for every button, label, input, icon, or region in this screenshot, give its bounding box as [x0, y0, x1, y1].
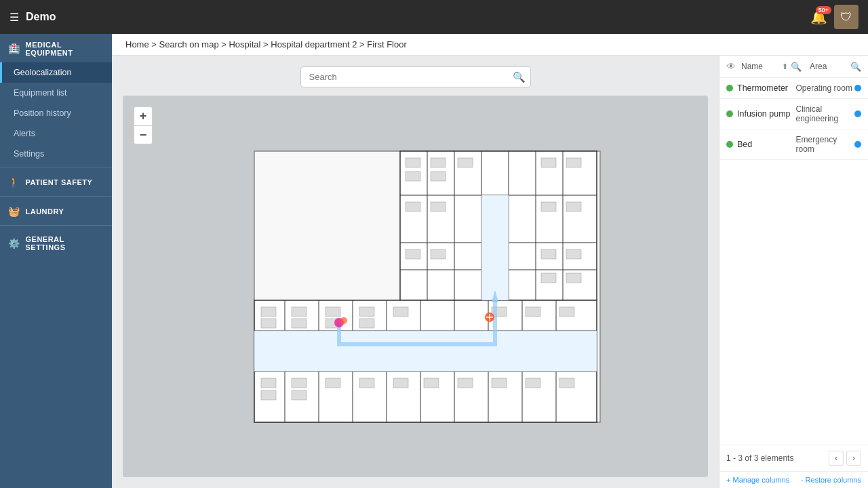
sidebar-item-geolocalization[interactable]: Geolocalization: [0, 62, 112, 83]
col-name-header: Name: [741, 62, 779, 71]
notifications-button[interactable]: 🔔 50+: [810, 9, 827, 25]
floor-plan-svg: [251, 148, 604, 426]
svg-rect-26: [406, 171, 420, 181]
svg-rect-57: [292, 390, 307, 400]
search-button[interactable]: 🔍: [513, 71, 526, 83]
svg-rect-24: [254, 331, 597, 371]
svg-rect-29: [458, 158, 473, 167]
equipment-row-infusion-pump[interactable]: Infusion pump Clinical engineering: [719, 99, 868, 129]
sidebar-section-label-medical: MEDICAL EQUIPMENT: [26, 41, 104, 57]
infusion-pump-area-dot: [854, 110, 861, 117]
sidebar-section-laundry[interactable]: 🧺 LAUNDRY: [0, 199, 112, 222]
svg-rect-53: [559, 307, 574, 317]
user-avatar-button[interactable]: 🛡: [834, 5, 859, 29]
svg-rect-64: [526, 378, 540, 388]
name-search-icon[interactable]: 🔍: [791, 62, 802, 72]
svg-rect-52: [526, 307, 540, 317]
svg-rect-54: [261, 378, 276, 388]
svg-rect-40: [541, 273, 556, 283]
area-search-icon[interactable]: 🔍: [850, 62, 861, 72]
sidebar: 🏥 MEDICAL EQUIPMENT Geolocalization Equi…: [0, 34, 112, 488]
svg-rect-55: [261, 390, 276, 400]
sidebar-item-equipment-list[interactable]: Equipment list: [0, 83, 112, 103]
svg-rect-38: [541, 249, 556, 259]
sidebar-item-alerts[interactable]: Alerts: [0, 123, 112, 144]
svg-rect-59: [359, 378, 374, 388]
pagination-info: 1 - 3 of 3 elements: [726, 453, 793, 463]
map-container: 🔍: [112, 56, 719, 488]
equipment-row-thermometer[interactable]: Thermometer Operating room: [719, 78, 868, 99]
menu-icon[interactable]: ☰: [9, 11, 19, 24]
pagination-buttons: ‹ ›: [829, 451, 861, 466]
svg-rect-36: [406, 249, 420, 259]
svg-rect-45: [292, 319, 307, 328]
svg-rect-43: [261, 319, 276, 328]
right-panel-header: 👁 Name ⬆ 🔍 Area 🔍: [719, 56, 868, 78]
sidebar-section-medical-equipment: 🏥 MEDICAL EQUIPMENT: [0, 34, 112, 62]
notif-badge: 50+: [816, 6, 831, 14]
avatar-icon: 🛡: [840, 10, 852, 24]
search-input-wrap: 🔍: [300, 66, 531, 87]
sidebar-section-general-settings[interactable]: ⚙️ GENERAL SETTINGS: [0, 228, 112, 257]
svg-rect-35: [431, 202, 446, 211]
bed-area-dot: [854, 141, 861, 148]
sidebar-item-position-history[interactable]: Position history: [0, 103, 112, 123]
svg-rect-39: [566, 249, 581, 259]
search-input[interactable]: [300, 66, 531, 87]
map-and-panel: 🔍: [112, 56, 868, 488]
svg-rect-41: [566, 273, 581, 283]
thermometer-area-dot: [854, 85, 861, 92]
app-title: Demo: [26, 11, 56, 23]
sidebar-item-settings[interactable]: Settings: [0, 144, 112, 164]
svg-rect-42: [261, 307, 276, 317]
right-panel-footer: 1 - 3 of 3 elements ‹ ›: [719, 445, 868, 471]
prev-page-button[interactable]: ‹: [829, 451, 844, 466]
svg-rect-61: [424, 378, 439, 388]
svg-rect-60: [393, 378, 408, 388]
svg-rect-48: [359, 307, 374, 317]
bed-status-dot: [726, 141, 733, 148]
medical-equipment-icon: 🏥: [8, 43, 20, 54]
manage-columns-link[interactable]: + Manage columns: [726, 476, 789, 484]
col-area-header: Area: [810, 62, 848, 71]
restore-columns-link[interactable]: - Restore columns: [801, 476, 861, 484]
sidebar-section-label-general: GENERAL SETTINGS: [26, 235, 104, 251]
sidebar-section-patient-safety[interactable]: 🚶 PATIENT SAFETY: [0, 170, 112, 193]
svg-rect-63: [492, 378, 507, 388]
general-settings-icon: ⚙️: [8, 238, 20, 249]
sidebar-divider-2: [0, 196, 112, 197]
sidebar-divider-1: [0, 167, 112, 167]
sidebar-divider-3: [0, 225, 112, 226]
svg-rect-30: [541, 158, 556, 167]
svg-rect-62: [458, 378, 473, 388]
svg-rect-27: [431, 158, 446, 167]
zoom-out-button[interactable]: −: [134, 125, 153, 144]
content-area: Home > Search on map > Hospital > Hospit…: [112, 34, 868, 488]
zoom-in-button[interactable]: +: [134, 106, 153, 125]
svg-rect-56: [292, 378, 307, 388]
zoom-controls: + −: [134, 106, 153, 144]
next-page-button[interactable]: ›: [846, 451, 861, 466]
right-panel: 👁 Name ⬆ 🔍 Area 🔍 Thermometer Operating …: [719, 56, 868, 488]
svg-rect-12: [481, 195, 509, 300]
svg-rect-37: [431, 249, 446, 259]
svg-rect-44: [292, 307, 307, 317]
thermometer-area: Operating room: [796, 83, 855, 93]
svg-rect-65: [559, 378, 574, 388]
infusion-pump-area: Clinical engineering: [796, 104, 855, 123]
equipment-row-bed[interactable]: Bed Emergency room: [719, 129, 868, 160]
sidebar-section-label-patient: PATIENT SAFETY: [26, 178, 93, 186]
main-layout: 🏥 MEDICAL EQUIPMENT Geolocalization Equi…: [0, 34, 868, 488]
sort-asc-icon[interactable]: ⬆: [782, 62, 788, 71]
map-view[interactable]: + −: [123, 96, 708, 477]
svg-rect-46: [326, 307, 340, 317]
svg-rect-49: [359, 319, 374, 328]
sidebar-section-label-laundry: LAUNDRY: [26, 207, 64, 216]
patient-safety-icon: 🚶: [8, 177, 20, 188]
bed-name: Bed: [737, 140, 796, 149]
top-nav-left: ☰ Demo: [9, 11, 56, 24]
laundry-icon: 🧺: [8, 206, 20, 217]
thermometer-status-dot: [726, 85, 733, 92]
svg-rect-58: [326, 378, 340, 388]
breadcrumb: Home > Search on map > Hospital > Hospit…: [112, 34, 868, 56]
